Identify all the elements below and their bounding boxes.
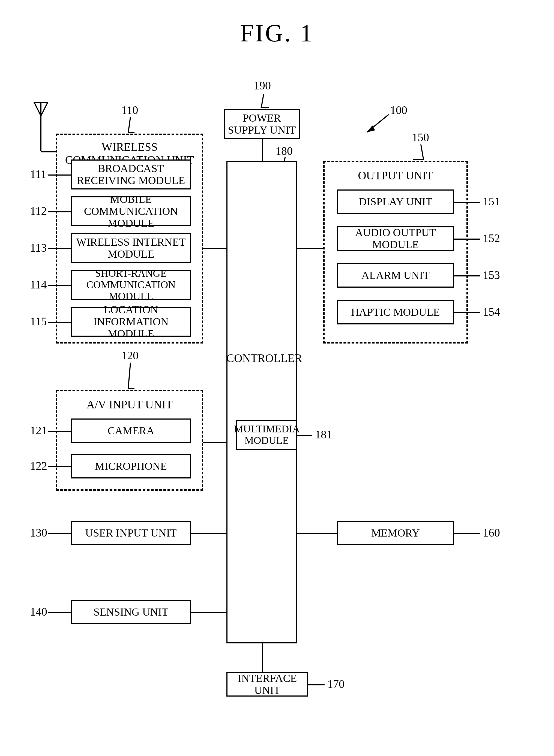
leader-160-line <box>454 533 480 534</box>
location-label: LOCATION INFORMATION MODULE <box>75 304 187 340</box>
ref-160: 160 <box>483 526 500 539</box>
ref-113: 113 <box>30 241 47 254</box>
haptic-box: HAPTIC MODULE <box>337 300 454 324</box>
leader-170-line <box>308 684 325 685</box>
leader-121-line <box>48 431 71 432</box>
ref-115: 115 <box>30 315 47 328</box>
broadcast-label: BROADCAST RECEIVING MODULE <box>75 163 187 186</box>
mobile-comm-box: MOBILE COMMUNICATION MODULE <box>71 196 191 226</box>
sensing-box: SENSING UNIT <box>71 600 191 624</box>
microphone-box: MICROPHONE <box>71 454 191 479</box>
ref-114: 114 <box>30 278 47 291</box>
leader-122-line <box>48 466 71 467</box>
ref-151: 151 <box>483 195 500 208</box>
av-input-title: A/V INPUT UNIT <box>57 398 202 411</box>
ref-152: 152 <box>483 232 500 245</box>
leader-153-line <box>454 275 480 276</box>
arrow-100-icon <box>363 112 393 136</box>
short-range-box: SHORT-RANGE COMMUNICATION MODULE <box>71 270 191 300</box>
leader-151-line <box>454 202 480 203</box>
controller-box <box>226 161 297 643</box>
antenna-icon <box>33 101 49 153</box>
leader-140-line <box>48 612 71 613</box>
wireless-internet-box: WIRELESS INTERNET MODULE <box>71 233 191 263</box>
audio-output-box: AUDIO OUTPUT MODULE <box>337 226 454 251</box>
connector-controller-memory <box>297 533 337 534</box>
user-input-box: USER INPUT UNIT <box>71 521 191 545</box>
leader-154-line <box>454 312 480 313</box>
wireless-internet-label: WIRELESS INTERNET MODULE <box>75 236 187 260</box>
controller-label: CONTROLLER <box>226 352 297 365</box>
display-label: DISPLAY UNIT <box>359 196 432 208</box>
power-supply-box: POWER SUPPLY UNIT <box>224 109 300 139</box>
ref-180: 180 <box>276 144 293 158</box>
multimedia-box: MULTIMEDIA MODULE <box>236 420 297 450</box>
ref-112: 112 <box>30 204 47 217</box>
leader-115-line <box>48 322 71 323</box>
leader-111-line <box>48 175 71 176</box>
audio-output-label: AUDIO OUTPUT MODULE <box>341 227 450 251</box>
camera-box: CAMERA <box>71 419 191 443</box>
leader-152-line <box>454 239 480 240</box>
ref-150: 150 <box>412 131 429 144</box>
alarm-box: ALARM UNIT <box>337 263 454 288</box>
ref-153: 153 <box>483 268 500 281</box>
ref-110: 110 <box>121 104 138 117</box>
ref-190: 190 <box>254 79 271 92</box>
connector-userinput-controller <box>191 533 226 534</box>
output-unit-title: OUTPUT UNIT <box>325 169 466 182</box>
connector-antenna <box>41 151 56 152</box>
ref-181: 181 <box>315 428 332 441</box>
leader-190 <box>261 94 271 108</box>
broadcast-box: BROADCAST RECEIVING MODULE <box>71 160 191 189</box>
interface-label: INTERFACE UNIT <box>230 672 304 696</box>
ref-140: 140 <box>30 605 47 618</box>
leader-110 <box>128 117 137 133</box>
ref-111: 111 <box>30 168 46 181</box>
multimedia-label: MULTIMEDIA MODULE <box>234 423 299 446</box>
sensing-label: SENSING UNIT <box>94 606 168 618</box>
alarm-label: ALARM UNIT <box>362 269 430 281</box>
connector-controller-output <box>297 248 323 249</box>
figure-title: FIG. 1 <box>0 19 554 47</box>
mobile-comm-label: MOBILE COMMUNICATION MODULE <box>75 193 187 229</box>
connector-power-controller <box>262 139 263 161</box>
diagram-page: FIG. 1 POWER SUPPLY UNIT 190 100 CONTROL… <box>0 0 554 756</box>
leader-150 <box>410 144 424 160</box>
ref-130: 130 <box>30 526 47 539</box>
leader-112-line <box>48 211 71 212</box>
leader-120 <box>128 363 137 389</box>
leader-130-line <box>48 533 71 534</box>
display-box: DISPLAY UNIT <box>337 189 454 214</box>
connector-controller-interface <box>262 643 263 672</box>
camera-label: CAMERA <box>107 425 154 437</box>
user-input-label: USER INPUT UNIT <box>86 527 177 539</box>
short-range-label: SHORT-RANGE COMMUNICATION MODULE <box>75 268 187 302</box>
ref-122: 122 <box>30 459 47 472</box>
interface-box: INTERFACE UNIT <box>226 672 308 697</box>
memory-box: MEMORY <box>337 521 454 545</box>
connector-sensing-controller <box>191 612 226 613</box>
location-box: LOCATION INFORMATION MODULE <box>71 307 191 337</box>
ref-120: 120 <box>121 349 138 362</box>
memory-label: MEMORY <box>371 527 420 539</box>
power-supply-label: POWER SUPPLY UNIT <box>227 112 296 136</box>
haptic-label: HAPTIC MODULE <box>351 306 440 318</box>
connector-wireless-controller <box>203 248 226 249</box>
leader-181-line <box>297 435 312 436</box>
ref-121: 121 <box>30 424 47 437</box>
microphone-label: MICROPHONE <box>95 460 167 472</box>
connector-av-controller <box>203 442 226 443</box>
leader-114-line <box>48 285 71 286</box>
leader-113-line <box>48 248 71 249</box>
ref-154: 154 <box>483 305 500 318</box>
ref-170: 170 <box>327 678 344 691</box>
